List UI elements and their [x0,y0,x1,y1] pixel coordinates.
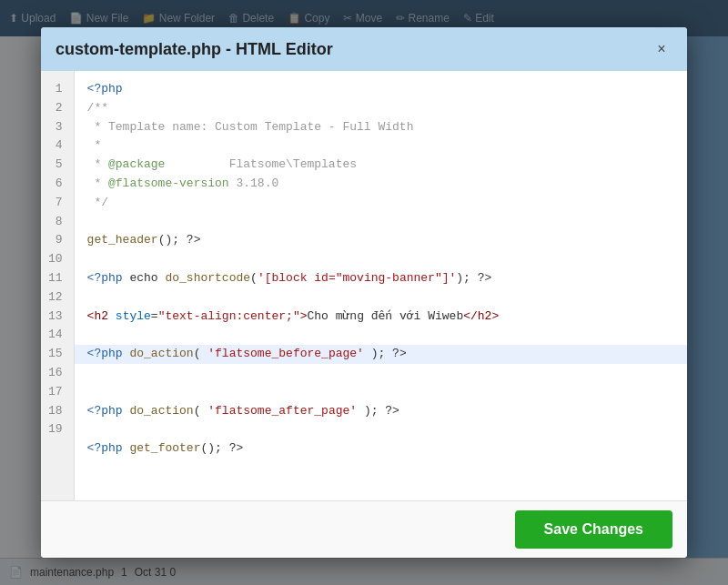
code-editor: 1 2 3 4 5 6 7 8 9 10 11 12 13 14 15 16 1… [41,71,687,500]
line-numbers: 1 2 3 4 5 6 7 8 9 10 11 12 13 14 15 16 1… [41,71,75,500]
modal-footer: Save Changes [41,500,687,558]
html-editor-modal: custom-template.php - HTML Editor × 1 2 … [41,27,687,558]
modal-header: custom-template.php - HTML Editor × [41,27,687,71]
code-editor-body[interactable]: 1 2 3 4 5 6 7 8 9 10 11 12 13 14 15 16 1… [41,71,687,500]
save-changes-button[interactable]: Save Changes [515,510,672,549]
modal-close-button[interactable]: × [651,38,672,60]
modal-title: custom-template.php - HTML Editor [56,40,333,59]
code-content: <?php /** * Template name: Custom Templa… [75,71,687,500]
